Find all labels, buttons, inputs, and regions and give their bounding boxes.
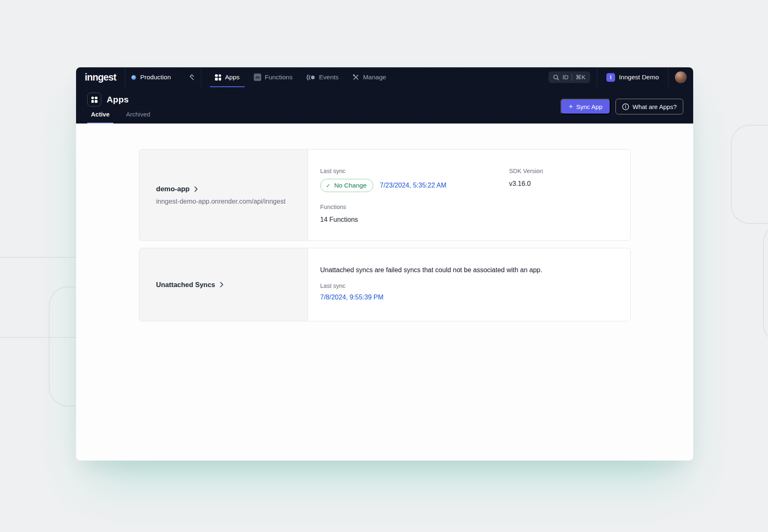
decorative-outline (763, 224, 768, 344)
functions-count: 14 Functions (320, 216, 509, 223)
search-icon (553, 74, 559, 81)
sync-status-text: No Change (334, 182, 366, 189)
tab-archived[interactable]: Archived (122, 111, 154, 124)
unattached-description: Unattached syncs are failed syncs that c… (320, 266, 618, 274)
search-shortcut: ⌘K (575, 74, 585, 81)
app-card-details: Last sync ✓ No Change 7/23/2024, 5:35:22… (308, 150, 630, 240)
org-badge-icon (606, 73, 615, 82)
sync-column: Last sync ✓ No Change 7/23/2024, 5:35:22… (320, 168, 509, 240)
nav-item-events[interactable]: Events (302, 67, 343, 87)
main-content: demo-app inngest-demo-app.onrender.com/a… (76, 149, 693, 461)
divider (572, 74, 572, 81)
sync-status-row: ✓ No Change 7/23/2024, 5:35:22 AM (320, 179, 509, 192)
main-nav: Apps <> Functions Events (208, 67, 393, 87)
page-header: Apps Active Archived + Sync App (76, 87, 693, 124)
header-actions: + Sync App What are Apps? (560, 99, 683, 114)
app-name: demo-app (156, 185, 190, 193)
nav-item-label: Functions (265, 74, 293, 81)
chevron-right-icon (194, 186, 198, 192)
inngest-logo[interactable]: inngest (85, 72, 116, 83)
org-switcher[interactable]: Inngest Demo (597, 67, 669, 87)
sdk-version-label: SDK Version (509, 168, 618, 174)
chevron-right-icon (220, 282, 224, 287)
org-name: Inngest Demo (619, 74, 659, 81)
logo-segment: inngest (76, 67, 125, 87)
environment-switcher[interactable]: Production (125, 67, 201, 87)
tabs: Active Archived (87, 111, 154, 124)
unattached-card-summary: Unattached Syncs (139, 248, 308, 321)
events-signal-icon (307, 74, 315, 81)
top-nav-bar: inngest Production Apps <> (76, 67, 693, 87)
unattached-syncs-title: Unattached Syncs (156, 281, 215, 289)
environment-status-icon (131, 75, 136, 80)
check-icon: ✓ (326, 183, 331, 189)
app-window: inngest Production Apps <> (76, 67, 693, 461)
nav-item-label: Manage (363, 74, 386, 81)
environment-label: Production (140, 74, 171, 81)
nav-item-label: Events (319, 74, 339, 81)
apps-grid-icon (87, 93, 101, 107)
app-header: inngest Production Apps <> (76, 67, 693, 124)
nav-item-apps[interactable]: Apps (210, 67, 244, 87)
nav-item-label: Apps (225, 74, 239, 81)
last-sync-label: Last sync (320, 283, 618, 289)
page-title: Apps (107, 95, 129, 104)
what-are-apps-button[interactable]: What are Apps? (615, 99, 683, 114)
user-avatar[interactable] (675, 71, 687, 83)
app-card-summary: demo-app inngest-demo-app.onrender.com/a… (139, 150, 308, 240)
last-sync-time-link[interactable]: 7/23/2024, 5:35:22 AM (380, 182, 446, 189)
functions-label: Functions (320, 204, 509, 210)
sdk-version: v3.16.0 (509, 180, 618, 188)
unattached-syncs-link[interactable]: Unattached Syncs (156, 281, 308, 289)
unattached-card-details: Unattached syncs are failed syncs that c… (308, 248, 630, 321)
functions-code-icon: <> (254, 74, 261, 81)
last-sync-label: Last sync (320, 168, 509, 174)
top-nav-right: ID ⌘K Inngest Demo (549, 67, 693, 87)
search-button[interactable]: ID ⌘K (549, 71, 590, 83)
last-sync-time-link[interactable]: 7/8/2024, 9:55:39 PM (320, 294, 384, 301)
manage-tools-icon (353, 74, 359, 81)
sync-app-button[interactable]: + Sync App (560, 99, 611, 114)
app-url: inngest-demo-app.onrender.com/api/innges… (156, 198, 308, 205)
info-icon (622, 103, 629, 110)
sync-status-badge: ✓ No Change (320, 179, 373, 192)
app-card: demo-app inngest-demo-app.onrender.com/a… (139, 149, 631, 241)
app-name-link[interactable]: demo-app (156, 185, 308, 193)
avatar-segment (668, 67, 693, 87)
search-label: ID (563, 74, 569, 81)
plus-icon: + (569, 102, 573, 111)
unattached-syncs-card: Unattached Syncs Unattached syncs are fa… (139, 248, 631, 321)
nav-item-functions[interactable]: <> Functions (249, 67, 298, 87)
apps-grid-icon (215, 74, 221, 81)
sdk-column: SDK Version v3.16.0 (509, 168, 618, 240)
chevron-up-down-icon (189, 73, 195, 81)
nav-item-manage[interactable]: Manage (348, 67, 391, 87)
decorative-outline (731, 125, 768, 224)
tab-active[interactable]: Active (87, 111, 113, 124)
